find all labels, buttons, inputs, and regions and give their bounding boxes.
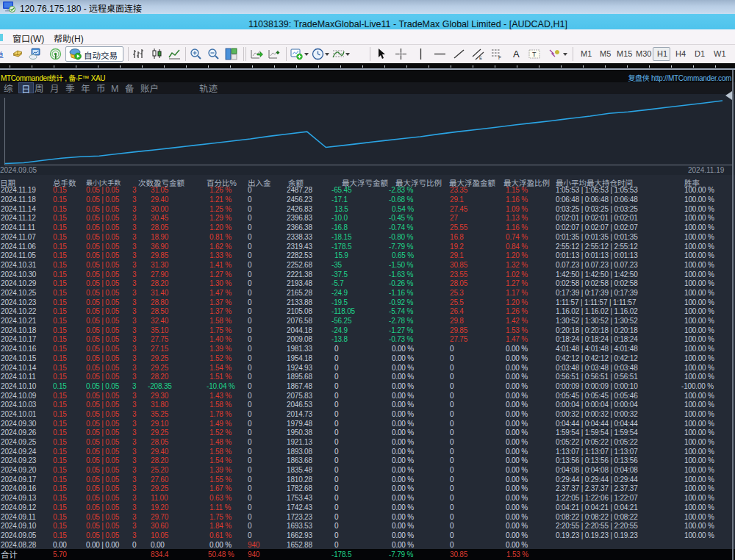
- cursor-icon[interactable]: [375, 48, 387, 60]
- chart-end-date-label: 2024.11.19: [688, 166, 724, 174]
- horizontal-line-icon[interactable]: [434, 48, 446, 60]
- tf-m30[interactable]: M30: [636, 49, 651, 58]
- daily-stats-table: 日期总手数最小|大手数次数盈亏金额百分比%出入金余额最大浮亏金额最大浮亏比例最大…: [0, 175, 735, 560]
- autotrading-button[interactable]: 自动交易: [65, 46, 123, 62]
- candlestick-icon[interactable]: [151, 48, 163, 60]
- arrows-icon[interactable]: [548, 48, 560, 60]
- cell-minmax: 0.00 | 0.00: [86, 540, 119, 550]
- menu-bar: 窗口(W) 帮助(H): [0, 29, 735, 45]
- total-flpct: -7.79 %: [389, 550, 413, 559]
- cell-count: 0: [132, 540, 136, 550]
- zoom-in-icon[interactable]: [190, 48, 202, 60]
- tile-windows-icon[interactable]: [225, 48, 237, 60]
- chart-shift-icon[interactable]: [268, 48, 281, 60]
- panel-tab-2[interactable]: 日: [18, 82, 34, 93]
- new-order-clipped-label[interactable]: 单: [0, 49, 4, 61]
- rdp-address-label: 120.76.175.180 - 远程桌面连接: [20, 1, 142, 14]
- panel-tab-8[interactable]: M: [111, 83, 118, 94]
- tf-w1[interactable]: W1: [714, 49, 726, 58]
- tf-m5[interactable]: M5: [600, 49, 611, 58]
- channel-icon[interactable]: E: [472, 48, 484, 60]
- chart-start-date-label: 2024.09.05: [0, 166, 37, 174]
- new-chart-icon[interactable]: [290, 48, 303, 60]
- svg-text:E: E: [479, 56, 482, 60]
- total-label: 合计: [1, 550, 18, 559]
- indicators-caret[interactable]: [345, 53, 350, 56]
- ruler-ticks: [0, 65, 735, 68]
- total-fppct: 1.53 %: [506, 550, 528, 559]
- tf-d1[interactable]: D1: [695, 49, 705, 58]
- window-title: 11038139: TradeMaxGlobal-Live11 - TradeM…: [0, 16, 735, 30]
- panel-link[interactable]: 复盘侠 http://MTCommander.com: [628, 72, 731, 83]
- panel-tab-9[interactable]: 备: [125, 83, 135, 94]
- toolbar: 单 自动交易: [0, 45, 735, 63]
- svg-text:F: F: [498, 55, 501, 60]
- bar-chart-icon[interactable]: [133, 48, 146, 60]
- text-icon[interactable]: A: [510, 48, 523, 60]
- screen: 120.76.175.180 - 远程桌面连接 11038139: TradeM…: [0, 0, 735, 560]
- panel-tab-trail[interactable]: 轨迹: [199, 83, 218, 94]
- total-pct: 50.48 %: [208, 550, 234, 559]
- autotrading-icon: [68, 48, 82, 60]
- panel-tab-7[interactable]: 币: [96, 83, 106, 94]
- panel-tab-3[interactable]: 周: [35, 83, 44, 94]
- table-row-2024.08.28[interactable]: 2024.08.280.000.00 | 0.0000.000.00 %9401…: [0, 540, 735, 550]
- new-chart-caret[interactable]: [304, 53, 309, 56]
- trendline-icon[interactable]: [453, 48, 465, 60]
- cell-time: 0.19.23 | 0.19.23 | 0.19.23: [556, 531, 638, 540]
- panel-tab-1[interactable]: 综: [4, 83, 13, 94]
- svg-text:T: T: [532, 51, 537, 58]
- period-clock-icon[interactable]: [312, 48, 324, 60]
- tf-h4[interactable]: H4: [675, 49, 686, 58]
- panel-tab-6[interactable]: 年: [81, 83, 90, 94]
- auto-scroll-icon[interactable]: [251, 48, 263, 60]
- cell-win: 100.00 %: [684, 531, 714, 540]
- new-chart-window-icon[interactable]: [29, 48, 41, 60]
- panel-tab-row: 综日周月季年币M备账户轨迹: [0, 82, 735, 94]
- panel-tab-5[interactable]: 季: [65, 83, 75, 94]
- tf-m1[interactable]: M1: [581, 49, 592, 58]
- panel-tab-10[interactable]: 账户: [140, 83, 159, 94]
- cell-balance: 1652.88: [287, 540, 312, 550]
- total-lots: 5.70: [53, 550, 67, 559]
- balance-chart-svg: [0, 94, 735, 175]
- crosshair-icon[interactable]: [395, 48, 407, 60]
- panel-tab-4[interactable]: 月: [50, 83, 60, 94]
- menu-help[interactable]: 帮助(H): [54, 32, 84, 44]
- total-floss: -178.5: [331, 550, 351, 559]
- ruler-ticks-strip: [0, 63, 735, 68]
- tf-h1[interactable]: H1: [657, 49, 667, 58]
- market-watch-icon[interactable]: [49, 48, 62, 60]
- line-chart-icon[interactable]: [168, 48, 181, 60]
- svg-text:A: A: [513, 49, 520, 60]
- text-label-icon[interactable]: T: [528, 48, 541, 60]
- arrows-caret[interactable]: [563, 53, 567, 56]
- menu-window[interactable]: 窗口(W): [12, 32, 44, 44]
- vertical-line-icon[interactable]: [415, 48, 427, 60]
- indicators-icon[interactable]: [332, 48, 345, 60]
- tf-m15[interactable]: M15: [617, 49, 632, 58]
- history-center-icon[interactable]: [12, 48, 24, 60]
- mt4-titlebar[interactable]: 11038139: TradeMaxGlobal-Live11 - TradeM…: [0, 14, 735, 29]
- period-caret[interactable]: [325, 53, 329, 56]
- table-total-row: 合计5.70834.450.48 %940-178.5-7.79 %30.851…: [0, 549, 735, 560]
- rdp-connection-bar[interactable]: 120.76.175.180 - 远程桌面连接: [0, 0, 735, 14]
- balance-chart: 2024.09.05 2024.11.19: [0, 94, 735, 175]
- total-inout: 940: [248, 550, 259, 559]
- fibonacci-icon[interactable]: F: [491, 48, 503, 60]
- clipped-menu-icon: [0, 34, 3, 41]
- right-scrollbar-strip[interactable]: [732, 70, 734, 560]
- autotrading-label: 自动交易: [84, 49, 118, 61]
- total-pl: 834.4: [151, 550, 168, 559]
- rdp-icon: [3, 1, 15, 12]
- total-fprofit: 30.85: [450, 550, 467, 559]
- zoom-out-icon[interactable]: [207, 48, 220, 60]
- collapse-arrow-icon[interactable]: [725, 91, 732, 100]
- panel-title-band: MTCommander统计 , 备-F™ XAU 复盘侠 http://MTCo…: [0, 70, 735, 82]
